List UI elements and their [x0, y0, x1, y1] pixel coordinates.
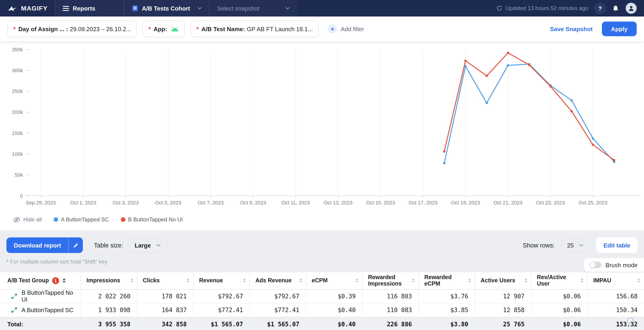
android-icon: [171, 26, 179, 31]
svg-text:0: 0: [20, 193, 23, 199]
svg-text:Sep 29, 2023: Sep 29, 2023: [26, 200, 56, 206]
updated-text: Updated 13 hours 52 minutes ago: [505, 5, 588, 12]
column-header[interactable]: Clicks: [137, 272, 194, 289]
brush-mode-label: Brush mode: [606, 261, 638, 268]
sort-icon[interactable]: [63, 278, 66, 283]
svg-text:Oct 5, 2023: Oct 5, 2023: [155, 200, 181, 206]
column-header[interactable]: Active Users: [475, 272, 532, 289]
column-header[interactable]: Rewarded Impressions: [362, 272, 419, 289]
total-cell: 342 858: [137, 318, 194, 330]
chevron-down-icon: [579, 244, 584, 247]
svg-text:Oct 9, 2023: Oct 9, 2023: [240, 200, 266, 206]
svg-text:100k: 100k: [12, 151, 23, 157]
sort-icon[interactable]: [638, 278, 640, 283]
svg-text:200k: 200k: [12, 109, 23, 115]
column-header[interactable]: Rev/Active User: [532, 272, 588, 289]
svg-text:300k: 300k: [12, 68, 23, 73]
table-cell: 150.34: [588, 303, 644, 317]
svg-text:Oct 11, 2023: Oct 11, 2023: [281, 200, 310, 206]
column-header[interactable]: Impressions: [81, 272, 137, 289]
total-cell: $0.06: [532, 318, 588, 330]
sort-icon[interactable]: [299, 278, 302, 283]
column-header-label: Rev/Active User: [537, 274, 578, 287]
sort-icon[interactable]: [187, 278, 190, 283]
add-filter-button[interactable]: + Add filter: [328, 24, 364, 34]
download-report-button[interactable]: Download report: [6, 237, 68, 253]
save-snapshot-button[interactable]: Save Snapshot: [550, 26, 592, 32]
ab-test-icon: [11, 293, 18, 299]
column-header[interactable]: Revenue: [194, 272, 250, 289]
sort-icon[interactable]: [412, 278, 415, 283]
svg-text:Oct 19, 2023: Oct 19, 2023: [451, 200, 480, 206]
edit-export-button[interactable]: [68, 237, 83, 253]
total-cell: $1 565.07: [250, 318, 306, 330]
legend-label: B ButtonTapped No UI: [128, 216, 183, 223]
apply-button[interactable]: Apply: [602, 22, 637, 36]
test-group-name: B ButtonTapped No UI: [22, 289, 75, 303]
column-header[interactable]: Ads Revenue: [250, 272, 306, 289]
column-header[interactable]: Rewarded eCPM: [419, 272, 475, 289]
table-cell: $3.85: [419, 303, 475, 317]
show-rows-select[interactable]: 25: [561, 238, 590, 253]
filter-chip-app[interactable]: * App:: [142, 21, 185, 37]
filter-label: App:: [154, 26, 167, 32]
column-header[interactable]: eCPM: [306, 272, 362, 289]
nav-reports[interactable]: Reports: [55, 0, 124, 17]
filter-chip-ab-test-name[interactable]: * A/B Test Name: GP AB FT Launch 18.1...: [190, 21, 319, 37]
edit-table-button[interactable]: Edit table: [596, 237, 638, 253]
multi-sort-note: * For multiple-column sort hold "Shift" …: [6, 258, 644, 265]
sort-icon[interactable]: [130, 278, 133, 283]
table-size-select[interactable]: Large: [128, 238, 167, 253]
total-cell: $0.40: [306, 318, 362, 330]
table-cell: 2 022 260: [81, 290, 137, 303]
svg-text:350k: 350k: [12, 47, 23, 53]
table-cell: $0.39: [306, 290, 362, 303]
filter-actions: Save Snapshot Apply: [550, 22, 637, 36]
table-cell: 156.68: [588, 290, 644, 303]
sort-icon[interactable]: [468, 278, 471, 283]
table-cell: 110 083: [362, 303, 419, 317]
chart-card: Sep 29, 2023Oct 1, 2023Oct 3, 2023Oct 5,…: [0, 41, 644, 230]
filter-bar: * Day of Assign ... : 29.09.2023 – 26.10…: [0, 17, 644, 41]
sort-icon[interactable]: [243, 278, 246, 283]
updated-status: Updated 13 hours 52 minutes ago: [496, 5, 588, 12]
table-cell: 178 021: [137, 290, 194, 303]
brand[interactable]: MAGIFY: [0, 0, 55, 17]
filter-chip-date-range[interactable]: * Day of Assign ... : 29.09.2023 – 26.10…: [7, 21, 137, 37]
avatar[interactable]: [626, 3, 637, 14]
column-header[interactable]: IMPAU: [588, 272, 644, 289]
required-mark: *: [196, 26, 199, 32]
chart-legend: Hide all A ButtonTapped SC B ButtonTappe…: [13, 216, 183, 223]
svg-text:50k: 50k: [15, 172, 23, 178]
notifications-button[interactable]: [612, 5, 619, 12]
table-cell: $3.76: [419, 290, 475, 303]
sort-icon[interactable]: [356, 278, 358, 283]
legend-item-series-a[interactable]: A ButtonTapped SC: [54, 216, 109, 223]
add-filter-label: Add filter: [341, 26, 364, 32]
report-type-select[interactable]: A/B Tests Cohort: [124, 0, 209, 17]
hide-all-button[interactable]: Hide all: [13, 216, 42, 223]
brush-mode-toggle[interactable]: [590, 262, 602, 268]
test-group-name: A ButtonTapped SC: [22, 307, 74, 313]
table-row[interactable]: B ButtonTapped No UI2 022 260178 021$792…: [0, 290, 644, 303]
table-row[interactable]: A ButtonTapped SC1 933 098164 837$772.41…: [0, 303, 644, 317]
svg-text:Oct 17, 2023: Oct 17, 2023: [408, 200, 437, 206]
svg-text:Oct 13, 2023: Oct 13, 2023: [324, 200, 352, 206]
column-header-label: Revenue: [199, 277, 223, 284]
column-header[interactable]: A/B Test Group1: [0, 272, 81, 289]
report-icon: [132, 5, 138, 12]
sort-icon[interactable]: [581, 278, 584, 283]
chevron-down-icon: [197, 7, 202, 10]
total-cell: $1 565.07: [194, 318, 250, 330]
legend-item-series-b[interactable]: B ButtonTapped No UI: [121, 216, 183, 223]
required-mark: *: [13, 26, 16, 32]
svg-text:Oct 21, 2023: Oct 21, 2023: [494, 200, 522, 206]
sort-icon[interactable]: [524, 278, 527, 283]
results-table: A/B Test Group1ImpressionsClicksRevenueA…: [0, 272, 644, 330]
snapshot-select[interactable]: Select snapshot: [209, 0, 297, 17]
column-header-label: Ads Revenue: [256, 277, 292, 284]
topbar-right: Updated 13 hours 52 minutes ago ?: [496, 0, 644, 17]
required-mark: *: [148, 26, 151, 32]
help-button[interactable]: ?: [594, 3, 606, 14]
line-chart: Sep 29, 2023Oct 1, 2023Oct 3, 2023Oct 5,…: [0, 41, 644, 211]
